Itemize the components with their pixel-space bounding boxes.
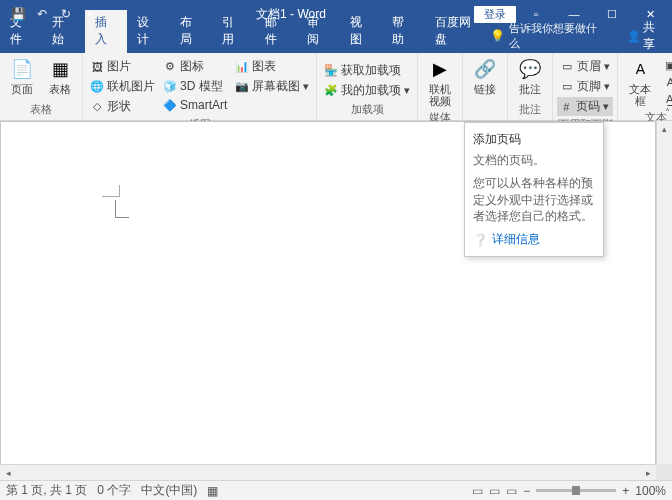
scroll-left-icon[interactable]: ◂ [0,465,16,480]
online-pictures-button[interactable]: 🌐联机图片 [87,77,158,96]
redo-icon[interactable]: ↻ [56,4,76,24]
tooltip-body2: 您可以从各种各样的预定义外观中进行选择或者选择您自己的格式。 [473,175,595,225]
chart-button[interactable]: 📊图表 [232,57,312,76]
zoom-slider[interactable] [536,489,616,492]
save-icon[interactable]: 💾 [8,4,28,24]
ribbon-tabs: 文件 开始 插入 设计 布局 引用 邮件 审阅 视图 帮助 百度网盘 💡 告诉我… [0,28,672,53]
group-media: ▶联机视频 媒体 [418,53,463,120]
vertical-scrollbar[interactable]: ▴ [656,121,672,464]
share-button[interactable]: 👤 共享 [627,19,664,53]
group-addins: 🏪获取加载项 🧩我的加载项 ▾ 加载项 [317,53,418,120]
bulb-icon: 💡 [490,29,505,43]
word-count[interactable]: 0 个字 [97,482,131,499]
footer-button[interactable]: ▭页脚 ▾ [557,77,613,96]
tooltip-title: 添加页码 [473,131,595,148]
screenshot-button[interactable]: 📷屏幕截图 ▾ [232,77,312,96]
shapes-button[interactable]: ◇形状 [87,97,158,116]
group-label [467,104,503,118]
ribbon: 📄页面 ▦表格 表格 🖼图片 🌐联机图片 ◇形状 ⚙图标 🧊3D 模型 🔷Sma… [0,53,672,121]
group-label: 批注 [512,101,548,118]
group-label: 表格 [4,101,78,118]
icons-button[interactable]: ⚙图标 [160,57,230,76]
comment-button[interactable]: 💬批注 [512,55,548,97]
header-button[interactable]: ▭页眉 ▾ [557,57,613,76]
quickparts-button[interactable]: ▣▾ [660,57,672,73]
tab-layout[interactable]: 布局 [170,10,212,53]
textbox-button[interactable]: A文本框 [622,55,658,109]
cover-page-button[interactable]: 📄页面 [4,55,40,97]
group-comments: 💬批注 批注 [508,53,553,120]
links-button[interactable]: 🔗链接 [467,55,503,97]
scroll-right-icon[interactable]: ▸ [640,465,656,480]
view-readmode-icon[interactable]: ▭ [472,484,483,498]
qat-dropdown-icon[interactable]: ▼ [80,4,100,24]
get-addins-button[interactable]: 🏪获取加载项 [321,61,413,80]
tab-review[interactable]: 审阅 [297,10,339,53]
pictures-button[interactable]: 🖼图片 [87,57,158,76]
group-illustrations: 🖼图片 🌐联机图片 ◇形状 ⚙图标 🧊3D 模型 🔷SmartArt 📊图表 📷… [83,53,317,120]
dropcap-button[interactable]: A̲▾ [660,91,672,107]
group-header-footer: ▭页眉 ▾ ▭页脚 ▾ #页码 ▾ 页眉和页脚 [553,53,618,120]
tab-baidu[interactable]: 百度网盘 [425,10,490,53]
smartart-button[interactable]: 🔷SmartArt [160,97,230,113]
collapse-ribbon-icon[interactable]: ˄ [665,107,670,118]
tab-references[interactable]: 引用 [212,10,254,53]
group-links: 🔗链接 [463,53,508,120]
3d-models-button[interactable]: 🧊3D 模型 [160,77,230,96]
help-icon: ❔ [473,233,488,247]
text-cursor [115,200,129,218]
my-addins-button[interactable]: 🧩我的加载项 ▾ [321,81,413,100]
tell-me-input[interactable]: 告诉我你想要做什么 [509,21,601,51]
group-label: 加载项 [321,101,413,118]
group-pages: 📄页面 ▦表格 表格 [0,53,83,120]
view-print-icon[interactable]: ▭ [489,484,500,498]
tables-button[interactable]: ▦表格 [42,55,78,97]
page-indicator[interactable]: 第 1 页, 共 1 页 [6,482,87,499]
zoom-in-icon[interactable]: + [622,484,629,498]
zoom-level[interactable]: 100% [635,484,666,498]
tooltip-more-link[interactable]: ❔详细信息 [473,231,595,248]
view-web-icon[interactable]: ▭ [506,484,517,498]
online-video-button[interactable]: ▶联机视频 [422,55,458,109]
zoom-out-icon[interactable]: − [523,484,530,498]
page-corner-mark [102,185,120,197]
scroll-up-icon[interactable]: ▴ [657,121,672,137]
group-text: A文本框 ▣▾ A▾ A̲▾ 文本 [618,53,672,120]
language-indicator[interactable]: 中文(中国) [141,482,197,499]
tooltip-body1: 文档的页码。 [473,152,595,169]
tab-help[interactable]: 帮助 [382,10,424,53]
page-number-tooltip: 添加页码 文档的页码。 您可以从各种各样的预定义外观中进行选择或者选择您自己的格… [464,122,604,257]
page-number-button[interactable]: #页码 ▾ [557,97,613,116]
tab-mailings[interactable]: 邮件 [255,10,297,53]
tab-design[interactable]: 设计 [127,10,169,53]
horizontal-scrollbar[interactable]: ◂ ▸ [0,464,656,480]
wordart-button[interactable]: A▾ [660,74,672,90]
undo-icon[interactable]: ↶ [32,4,52,24]
tab-view[interactable]: 视图 [340,10,382,53]
macro-icon[interactable]: ▦ [207,484,218,498]
statusbar: 第 1 页, 共 1 页 0 个字 中文(中国) ▦ ▭ ▭ ▭ − + 100… [0,480,672,500]
